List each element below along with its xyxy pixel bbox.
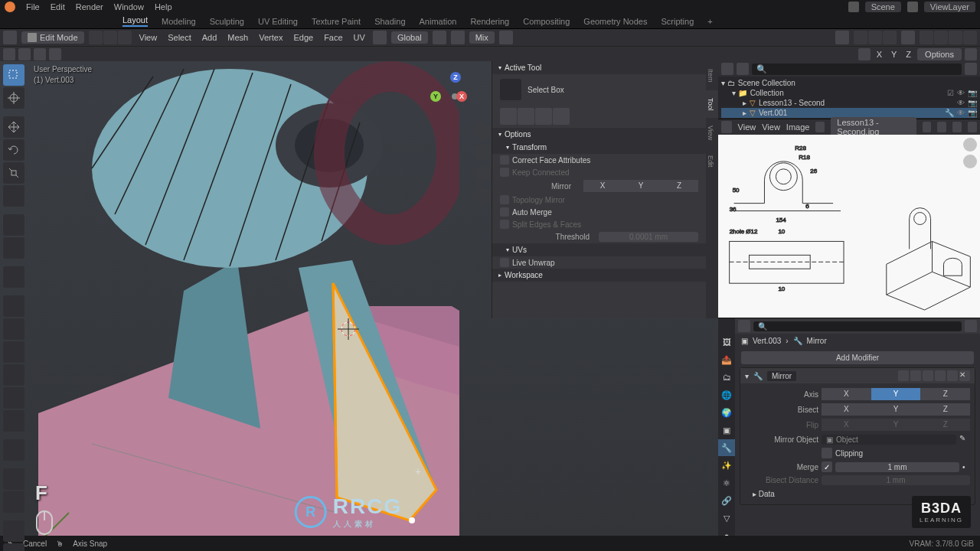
tab-modeling[interactable]: Modeling [162,17,196,26]
shading-wire-icon[interactable] [920,31,933,44]
mod-edit-icon[interactable] [898,370,909,381]
ntab-tool[interactable]: Tool [706,90,718,119]
drag-mode-2[interactable] [518,108,534,125]
menu-file[interactable]: File [26,2,40,11]
mod-close-icon[interactable]: ✕ [959,370,970,381]
menu-face[interactable]: Face [321,33,345,42]
ptab-render[interactable]: 🖼 [718,334,735,350]
editor-type-icon[interactable] [3,31,17,44]
axis-y[interactable]: Y [888,50,900,59]
modifier-header[interactable]: ▾ 🔧 Mirror ✕ [740,368,975,383]
cursor-tool[interactable] [3,87,24,109]
menu-mesh[interactable]: Mesh [224,33,251,42]
breadcrumb-obj[interactable]: Vert.003 [753,337,781,345]
ptab-particles[interactable]: ✨ [718,457,735,474]
disclosure-icon[interactable]: ▸ [743,109,746,117]
tab-uv[interactable]: UV Editing [258,17,298,26]
mod-realtime-icon[interactable] [935,370,946,381]
img-btn3[interactable] [952,122,962,132]
orientation-dropdown[interactable]: Global [391,31,428,44]
vertex-select-icon[interactable] [89,31,103,44]
img-menu-view2[interactable]: View [762,122,780,132]
ptab-viewlayer[interactable]: 🗂 [718,369,735,386]
tab-geonodes[interactable]: Geometry Nodes [583,17,647,26]
outliner-search[interactable]: 🔍 [752,64,962,75]
snap-dropdown[interactable]: Mix [469,31,495,44]
merge-check[interactable] [822,461,832,472]
live-unwrap-check[interactable] [500,258,509,267]
image-editor-type-icon[interactable] [721,121,732,133]
img-nav-1[interactable] [963,138,977,152]
filter-icon[interactable] [965,63,977,75]
persp-ortho-icon[interactable] [475,187,492,204]
ptab-data[interactable]: ▽ [718,510,735,527]
axis-z[interactable]: Z [903,50,914,59]
camera-icon[interactable] [475,165,492,182]
transform-tool[interactable] [3,185,24,207]
mod-render-icon[interactable] [923,370,933,381]
menu-edge[interactable]: Edge [290,33,316,42]
img-nav-2[interactable] [963,155,977,168]
3d-viewport[interactable]: User Perspective (1) Vert.003 [0,61,718,551]
polybuild-tool[interactable] [3,410,24,432]
menu-window[interactable]: Window [114,2,144,11]
clipping-check[interactable] [822,448,832,458]
tab-animation[interactable]: Animation [420,17,457,26]
ptab-constraints[interactable]: 🔗 [718,492,735,509]
modifier-icon[interactable]: 🔧 [945,109,954,117]
spin-tool[interactable] [3,439,24,461]
shading-solid-icon[interactable] [934,31,948,44]
render-icon[interactable]: 📷 [968,109,977,117]
options-chevron-icon[interactable] [965,48,977,60]
correct-face-check[interactable] [500,155,509,165]
shear-tool[interactable] [3,543,24,551]
ptab-world[interactable]: 🌍 [718,404,735,421]
inset-tool[interactable] [3,318,24,340]
mirror-y[interactable]: Y [622,180,660,192]
gizmo-icon[interactable] [868,31,882,44]
tab-compositing[interactable]: Compositing [523,17,570,26]
add-workspace-icon[interactable]: + [707,17,712,26]
bisect-y-btn[interactable]: Y [871,403,921,416]
disclosure-icon[interactable]: ▸ [743,99,746,107]
menu-select[interactable]: Select [165,33,194,42]
edge-select-icon[interactable] [103,31,117,44]
mod-dropdown-icon[interactable] [947,370,958,381]
drag-mode-1[interactable] [500,108,517,125]
bisect-z-btn[interactable]: Z [920,403,970,416]
menu-uv[interactable]: UV [351,33,368,42]
display-mode-icon[interactable] [737,63,749,75]
active-tool-header[interactable]: Active Tool [492,61,706,74]
img-menu-image[interactable]: Image [786,122,810,132]
mirror-object-field[interactable]: ▣ Object [822,435,956,445]
axis-x[interactable]: X [874,50,885,59]
transform-header[interactable]: Transform [492,141,706,154]
pivot-icon[interactable] [433,31,446,44]
rotate-tool[interactable] [3,139,24,161]
eye-icon[interactable]: 👁 [957,89,965,97]
proportional-icon[interactable] [499,31,513,44]
uvs-header[interactable]: UVs [492,243,706,256]
tab-layout[interactable]: Layout [122,15,148,27]
menu-help[interactable]: Help [155,2,172,11]
bevel-tool[interactable] [3,341,24,363]
render-icon[interactable]: 📷 [968,99,977,107]
smooth-tool[interactable] [3,468,24,490]
props-pin-icon[interactable] [965,320,977,332]
ptab-modifiers[interactable]: 🔧 [718,439,735,456]
tab-rendering[interactable]: Rendering [470,17,509,26]
axis-z-btn[interactable]: Z [920,388,970,400]
selectmode2-icon[interactable] [18,48,31,60]
face-select-icon[interactable] [118,31,132,44]
axis-x-btn[interactable]: X [822,388,871,400]
options-header[interactable]: Options [492,128,706,141]
tab-shading[interactable]: Shading [374,17,405,26]
outliner-type-icon[interactable] [721,63,733,75]
disclosure-icon[interactable]: ▾ [745,372,749,380]
img-close-icon[interactable] [968,122,977,132]
pan-icon[interactable] [475,144,492,161]
breadcrumb-mod[interactable]: Mirror [807,337,827,345]
gizmo-y[interactable]: Y [430,91,441,102]
auto-merge-check[interactable] [500,207,509,217]
xray-icon[interactable] [901,31,915,44]
